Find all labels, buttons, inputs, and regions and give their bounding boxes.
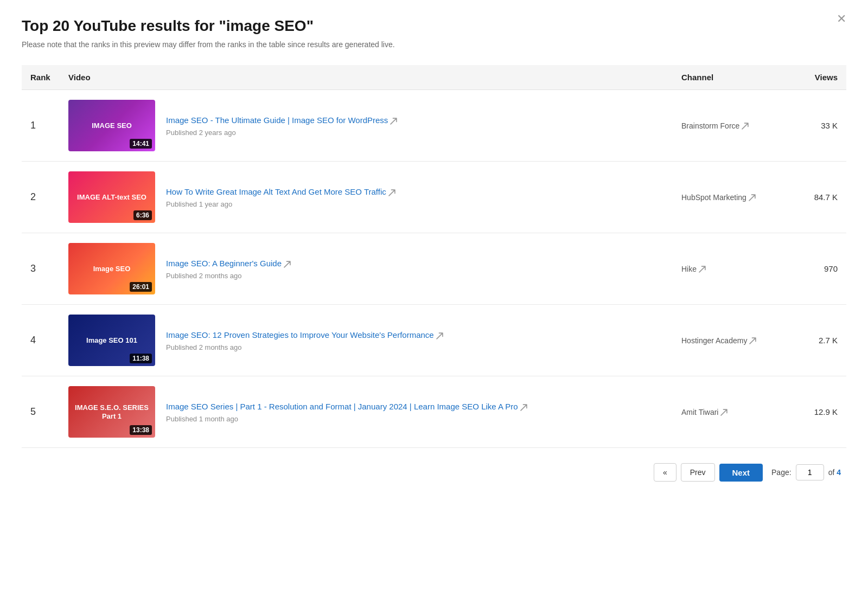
video-thumbnail: IMAGE SEO 14:41 [68, 100, 155, 151]
video-published: Published 2 months ago [166, 343, 664, 351]
external-link-icon [749, 337, 756, 344]
video-duration: 14:41 [130, 139, 152, 149]
video-cell: IMAGE SEO 14:41 Image SEO - The Ultimate… [60, 90, 673, 162]
channel-cell: Brainstorm Force [673, 90, 781, 162]
video-title-link[interactable]: Image SEO - The Ultimate Guide | Image S… [166, 116, 397, 125]
table-row: 4 Image SEO 101 11:38 Image SEO: 12 Prov… [22, 305, 846, 376]
video-header: Video [60, 65, 673, 90]
channel-cell: Hike [673, 233, 781, 305]
results-table: Rank Video Channel Views 1 IMAGE SEO 14:… [22, 65, 846, 448]
video-duration: 13:38 [130, 425, 152, 435]
pagination: « Prev Next Page: of 4 [22, 463, 846, 482]
channel-header: Channel [673, 65, 781, 90]
rank-cell: 5 [22, 376, 60, 448]
total-pages-link[interactable]: 4 [837, 468, 841, 477]
views-cell: 970 [781, 233, 846, 305]
video-cell: Image SEO 26:01 Image SEO: A Beginner's … [60, 233, 673, 305]
rank-cell: 1 [22, 90, 60, 162]
channel-cell: Hostinger Academy [673, 305, 781, 376]
subtitle: Please note that the ranks in this previ… [22, 40, 846, 49]
video-thumbnail: IMAGE ALT-text SEO 6:36 [68, 171, 155, 223]
views-header: Views [781, 65, 846, 90]
channel-cell: Amit Tiwari [673, 376, 781, 448]
video-title-link[interactable]: Image SEO: A Beginner's Guide [166, 259, 291, 268]
video-thumbnail: IMAGE S.E.O. SERIES Part 1 13:38 [68, 386, 155, 438]
page-of: of 4 [828, 468, 841, 477]
rank-header: Rank [22, 65, 60, 90]
video-cell: IMAGE ALT-text SEO 6:36 How To Write Gre… [60, 162, 673, 233]
video-cell: IMAGE S.E.O. SERIES Part 1 13:38 Image S… [60, 376, 673, 448]
table-row: 1 IMAGE SEO 14:41 Image SEO - The Ultima… [22, 90, 846, 162]
video-published: Published 1 month ago [166, 415, 664, 423]
video-published: Published 1 year ago [166, 200, 664, 208]
table-header-row: Rank Video Channel Views [22, 65, 846, 90]
external-link-icon [390, 118, 397, 125]
video-cell: Image SEO 101 11:38 Image SEO: 12 Proven… [60, 305, 673, 376]
external-link-icon [520, 404, 527, 411]
video-info: How To Write Great Image Alt Text And Ge… [166, 186, 664, 208]
rank-cell: 3 [22, 233, 60, 305]
video-published: Published 2 years ago [166, 129, 664, 137]
table-row: 2 IMAGE ALT-text SEO 6:36 How To Write G… [22, 162, 846, 233]
external-link-icon [699, 266, 706, 273]
views-cell: 12.9 K [781, 376, 846, 448]
video-info: Image SEO: A Beginner's Guide Published … [166, 258, 664, 280]
video-thumbnail: Image SEO 26:01 [68, 243, 155, 294]
external-link-icon [284, 261, 291, 268]
close-button[interactable]: ✕ [837, 13, 846, 25]
views-cell: 33 K [781, 90, 846, 162]
external-link-icon [742, 123, 749, 130]
first-page-button[interactable]: « [654, 463, 676, 482]
video-info: Image SEO - The Ultimate Guide | Image S… [166, 114, 664, 137]
video-info: Image SEO Series | Part 1 - Resolution a… [166, 401, 664, 423]
views-cell: 84.7 K [781, 162, 846, 233]
video-title-link[interactable]: Image SEO Series | Part 1 - Resolution a… [166, 402, 527, 411]
table-row: 3 Image SEO 26:01 Image SEO: A Beginner'… [22, 233, 846, 305]
table-row: 5 IMAGE S.E.O. SERIES Part 1 13:38 Image… [22, 376, 846, 448]
views-cell: 2.7 K [781, 305, 846, 376]
video-duration: 6:36 [133, 210, 152, 220]
video-info: Image SEO: 12 Proven Strategies to Impro… [166, 329, 664, 351]
channel-cell: HubSpot Marketing [673, 162, 781, 233]
page-input[interactable] [796, 464, 824, 480]
video-thumbnail: Image SEO 101 11:38 [68, 315, 155, 366]
rank-cell: 2 [22, 162, 60, 233]
video-title-link[interactable]: Image SEO: 12 Proven Strategies to Impro… [166, 330, 443, 339]
page-title: Top 20 YouTube results for "image SEO" [22, 17, 846, 35]
external-link-icon [720, 409, 727, 416]
video-duration: 11:38 [130, 354, 152, 363]
external-link-icon [388, 189, 395, 196]
video-duration: 26:01 [130, 282, 152, 292]
video-published: Published 2 months ago [166, 272, 664, 280]
external-link-icon [436, 332, 443, 339]
external-link-icon [749, 194, 756, 201]
video-title-link[interactable]: How To Write Great Image Alt Text And Ge… [166, 187, 395, 196]
next-page-button[interactable]: Next [719, 464, 763, 482]
prev-page-button[interactable]: Prev [681, 463, 715, 482]
rank-cell: 4 [22, 305, 60, 376]
page-label: Page: [771, 468, 792, 477]
